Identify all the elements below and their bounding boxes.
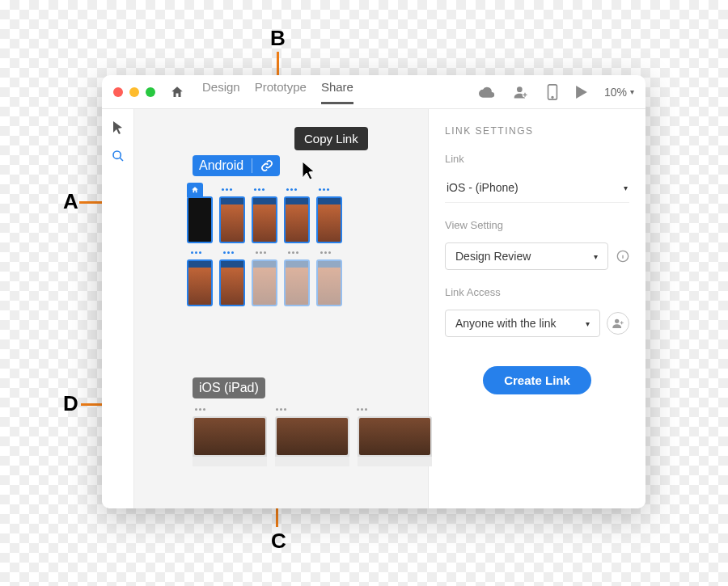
tab-share[interactable]: Share xyxy=(321,80,353,104)
artboard-row xyxy=(187,196,342,243)
select-tool-icon[interactable] xyxy=(112,120,124,135)
artboard-thumbnail[interactable] xyxy=(219,196,245,243)
artboard-thumbnail[interactable] xyxy=(316,259,342,306)
svg-point-4 xyxy=(113,151,121,158)
annotation-c: C xyxy=(271,529,286,554)
zoom-value: 10% xyxy=(604,86,627,99)
traffic-light-minimize[interactable] xyxy=(129,87,139,97)
flow-label-android[interactable]: Android xyxy=(193,155,280,176)
artboard-row xyxy=(193,416,432,466)
link-access-value: Anyone with the link xyxy=(455,317,557,330)
add-people-icon[interactable] xyxy=(607,312,629,335)
annotation-a: A xyxy=(63,189,78,214)
artboard-thumbnail[interactable] xyxy=(252,196,277,243)
flow-name: iOS (iPad) xyxy=(199,381,259,395)
artboard-thumbnail[interactable] xyxy=(252,259,277,306)
copy-link-tooltip: Copy Link xyxy=(294,127,368,150)
canvas[interactable]: Android Copy Link xyxy=(134,109,429,508)
chevron-down-icon: ▾ xyxy=(624,183,628,192)
cursor-icon xyxy=(302,161,318,182)
annotation-b: B xyxy=(270,26,286,51)
view-setting-label: View Setting xyxy=(445,219,629,231)
titlebar: Design Prototype Share 10% ▾ xyxy=(102,75,645,109)
link-dropdown[interactable]: iOS - (iPhone) ▾ xyxy=(445,176,629,203)
home-icon[interactable] xyxy=(170,85,184,99)
view-setting-value: Design Review xyxy=(455,250,531,263)
artboard-row xyxy=(187,259,342,306)
link-field-label: Link xyxy=(445,153,629,165)
play-icon[interactable] xyxy=(576,86,587,99)
chevron-down-icon: ▾ xyxy=(586,319,590,328)
link-access-label: Link Access xyxy=(445,286,629,298)
app-window: Design Prototype Share 10% ▾ xyxy=(102,75,645,508)
link-access-select[interactable]: Anyone with the link ▾ xyxy=(445,310,600,337)
tab-design[interactable]: Design xyxy=(202,80,240,104)
zoom-tool-icon[interactable] xyxy=(112,150,125,162)
flow-label-ios-ipad[interactable]: iOS (iPad) xyxy=(193,377,265,398)
traffic-light-close[interactable] xyxy=(113,87,123,97)
cloud-icon[interactable] xyxy=(479,86,495,98)
artboard-thumbnail[interactable] xyxy=(193,416,267,466)
artboard-thumbnail[interactable] xyxy=(275,416,349,466)
create-link-button[interactable]: Create Link xyxy=(483,366,591,394)
annotation-d: D xyxy=(63,391,78,416)
tab-prototype[interactable]: Prototype xyxy=(255,80,307,104)
flow-name: Android xyxy=(199,158,243,173)
home-artboard-tab[interactable] xyxy=(187,183,203,197)
link-value: iOS - (iPhone) xyxy=(447,181,518,194)
artboard-thumbnail[interactable] xyxy=(187,196,213,243)
view-setting-select[interactable]: Design Review ▾ xyxy=(445,242,608,270)
artboard-thumbnail[interactable] xyxy=(316,196,342,243)
info-icon[interactable] xyxy=(616,250,629,263)
mode-tabs: Design Prototype Share xyxy=(202,80,353,104)
svg-point-3 xyxy=(552,96,553,98)
chevron-down-icon: ▾ xyxy=(630,87,634,96)
zoom-selector[interactable]: 10% ▾ xyxy=(604,86,634,99)
artboard-thumbnail[interactable] xyxy=(187,259,213,306)
svg-point-6 xyxy=(615,319,619,323)
artboard-thumbnail[interactable] xyxy=(219,259,245,306)
link-settings-panel: LINK SETTINGS Link iOS - (iPhone) ▾ View… xyxy=(429,109,645,508)
traffic-light-zoom[interactable] xyxy=(146,87,155,97)
artboard-thumbnail[interactable] xyxy=(284,259,310,306)
device-preview-icon[interactable] xyxy=(547,84,558,100)
link-icon[interactable] xyxy=(260,159,273,172)
chevron-down-icon: ▾ xyxy=(594,252,598,261)
panel-title: LINK SETTINGS xyxy=(445,125,629,137)
tool-rail xyxy=(102,109,134,508)
invite-user-icon[interactable] xyxy=(513,84,529,100)
artboard-thumbnail[interactable] xyxy=(358,416,432,466)
svg-point-0 xyxy=(517,86,523,92)
artboard-thumbnail[interactable] xyxy=(284,196,310,243)
